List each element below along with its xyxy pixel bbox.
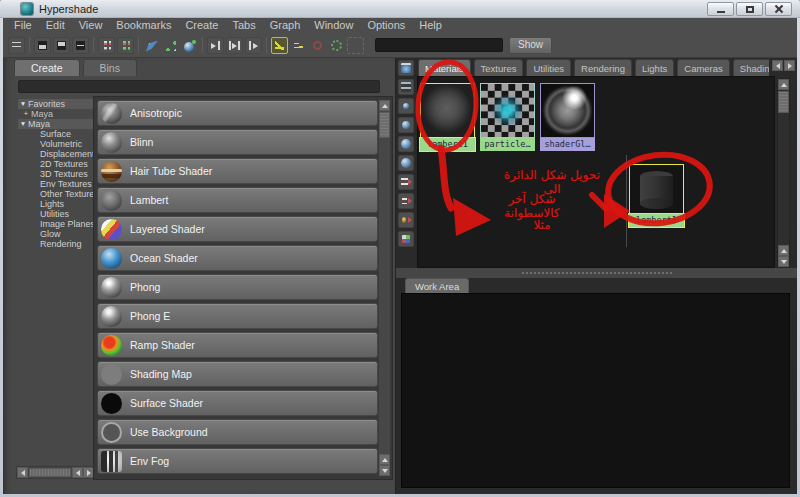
show-button[interactable]: Show [509, 37, 552, 54]
layout-bottom-pane-icon[interactable] [53, 37, 70, 54]
swatch-size-large-icon[interactable] [398, 136, 414, 152]
tree-item-displacement[interactable]: Displacement [18, 149, 95, 159]
remove-unused-nodes-icon[interactable] [309, 37, 326, 54]
panel-menu-icon[interactable] [8, 37, 25, 54]
tab-work-area[interactable]: Work Area [405, 278, 469, 293]
tree-item-env-textures[interactable]: Env Textures [18, 179, 95, 189]
work-area-canvas[interactable] [401, 293, 790, 488]
separator[interactable] [202, 37, 203, 53]
menu-help[interactable]: Help [419, 18, 442, 33]
sort-order-icon[interactable] [398, 193, 414, 209]
swatch-lambert1[interactable]: lambert1 [420, 83, 475, 151]
create-shader-ball-icon[interactable] [181, 37, 198, 54]
sort-by-time-icon[interactable] [398, 212, 414, 228]
tree-item-image-planes[interactable]: Image Planes [18, 219, 95, 229]
menu-bookmarks[interactable]: Bookmarks [116, 18, 171, 33]
tab-lights[interactable]: Lights [635, 59, 674, 76]
separator[interactable] [93, 37, 94, 53]
swatch-particle-cloud[interactable]: particle… [480, 83, 535, 151]
shader-item-layered[interactable]: Layered Shader [97, 216, 378, 242]
layout-top-pane-icon[interactable] [34, 37, 51, 54]
tree-item-other-textures[interactable]: Other Textures [18, 189, 95, 199]
output-connections-icon[interactable] [245, 37, 262, 54]
shader-item-ocean[interactable]: Ocean Shader [97, 245, 378, 271]
input-connections-icon[interactable] [207, 37, 224, 54]
tree-item-favorites[interactable]: ▼ Favorites [18, 99, 95, 109]
shader-item-phong-e[interactable]: Phong E [97, 303, 378, 329]
menu-file[interactable]: File [14, 18, 32, 33]
scroll-left-button[interactable] [72, 467, 83, 478]
tree-item-2d-textures[interactable]: 2D Textures [18, 159, 95, 169]
shader-item-phong[interactable]: Phong [97, 274, 378, 300]
tree-item-3d-textures[interactable]: 3D Textures [18, 169, 95, 179]
tree-item-lights[interactable]: Lights [18, 199, 95, 209]
swatch-size-xlarge-icon[interactable] [398, 155, 414, 171]
scrollbar-thumb[interactable] [29, 468, 71, 477]
scrollbar-thumb[interactable] [379, 112, 390, 138]
rearrange-graph-icon[interactable] [271, 37, 288, 54]
menu-tabs[interactable]: Tabs [232, 18, 255, 33]
shader-item-blinn[interactable]: Blinn [97, 129, 378, 155]
create-filter-input[interactable] [18, 80, 380, 93]
tree-item-surface[interactable]: Surface [18, 129, 95, 139]
separator[interactable] [266, 37, 267, 53]
swatch-grid-large-icon[interactable] [117, 37, 134, 54]
tree-horizontal-scrollbar[interactable] [16, 466, 95, 479]
swatch-shader-glow[interactable]: shaderGl… [540, 83, 595, 151]
panel-splitter[interactable] [396, 268, 797, 278]
shader-item-hair-tube[interactable]: Hair Tube Shader [97, 158, 378, 184]
tree-item-rendering[interactable]: Rendering [18, 239, 95, 249]
sort-alphabetical-icon[interactable] [398, 174, 414, 190]
update-swatches-icon[interactable] [328, 37, 345, 54]
menu-graph[interactable]: Graph [270, 18, 301, 33]
menu-options[interactable]: Options [367, 18, 405, 33]
scrollbar-thumb[interactable] [778, 91, 789, 113]
tab-rendering[interactable]: Rendering [574, 59, 632, 76]
clear-graph-icon[interactable] [290, 37, 307, 54]
tab-create[interactable]: Create [14, 59, 80, 76]
scroll-up-button[interactable] [778, 245, 789, 256]
scroll-up-button[interactable] [778, 79, 789, 90]
shader-item-use-background[interactable]: Use Background [97, 419, 378, 445]
scroll-up-button[interactable] [379, 100, 390, 111]
materials-swatch-area[interactable]: lambert1 particle… shaderGl… [417, 76, 775, 268]
tab-cameras[interactable]: Cameras [677, 59, 730, 76]
tab-textures[interactable]: Textures [474, 59, 524, 76]
separator[interactable] [29, 37, 30, 53]
scroll-down-button[interactable] [379, 465, 390, 476]
swatch-lambert1-cylinder[interactable]: lambert1 [629, 164, 684, 227]
tree-item-glow[interactable]: Glow [18, 229, 95, 239]
render-view-icon[interactable] [398, 60, 414, 76]
menu-view[interactable]: View [79, 18, 103, 33]
shader-item-ramp[interactable]: Ramp Shader [97, 332, 378, 358]
swatch-size-medium-icon[interactable] [398, 117, 414, 133]
graph-node-search-input[interactable] [375, 38, 503, 52]
tab-utilities[interactable]: Utilities [526, 59, 571, 76]
shader-item-shading-map[interactable]: Shading Map [97, 361, 378, 387]
tree-item-maya[interactable]: ▼ Maya [18, 119, 95, 129]
tree-item-utilities[interactable]: Utilities [18, 209, 95, 219]
shader-item-anisotropic[interactable]: Anisotropic [97, 100, 378, 126]
tabs-scroll-left-button[interactable] [772, 60, 783, 71]
tab-materials[interactable]: Materials [418, 59, 471, 76]
scroll-left-button[interactable] [17, 467, 28, 478]
tabs-scroll-right-button[interactable] [784, 60, 795, 71]
tree-item-volumetric[interactable]: Volumetric [18, 139, 95, 149]
layout-split-pane-icon[interactable] [72, 37, 89, 54]
menu-create[interactable]: Create [185, 18, 218, 33]
tab-bins[interactable]: Bins [83, 59, 137, 76]
separator[interactable] [138, 37, 139, 53]
tree-item-favorites-maya[interactable]: + Maya [18, 109, 95, 119]
input-output-connections-icon[interactable] [226, 37, 243, 54]
restore-last-graph-icon[interactable] [347, 37, 364, 54]
swatch-area-scrollbar[interactable] [777, 78, 790, 268]
create-render-node-icon[interactable] [143, 37, 160, 54]
menu-edit[interactable]: Edit [46, 18, 65, 33]
list-view-icon[interactable] [398, 79, 414, 95]
titlebar[interactable]: Hypershade [0, 0, 800, 18]
close-button[interactable] [765, 2, 792, 16]
maximize-button[interactable] [736, 2, 763, 16]
tab-shading-groups[interactable]: Shading Groups [733, 59, 769, 76]
menu-window[interactable]: Window [314, 18, 353, 33]
minimize-button[interactable] [707, 2, 734, 16]
